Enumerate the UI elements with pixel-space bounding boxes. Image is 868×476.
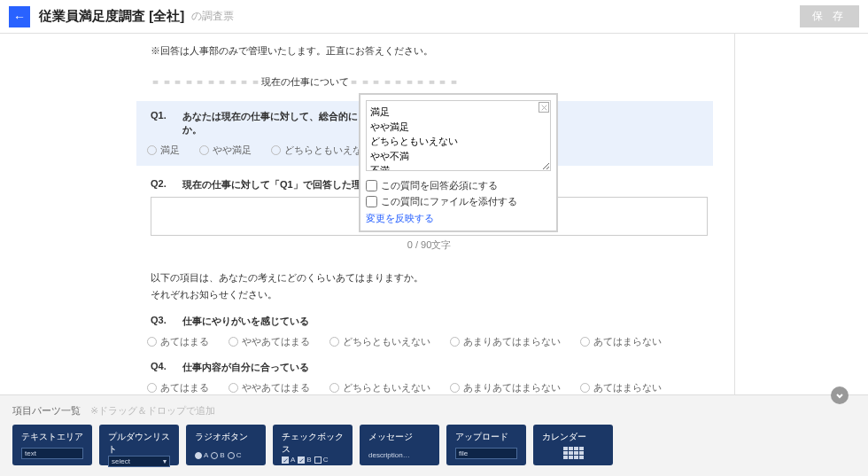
admin-note: ※回答は人事部のみで管理いたします。正直にお答えください。 xyxy=(151,44,708,58)
app-header: ← 従業員満足度調査 [全社] の調査票 保 存 xyxy=(0,0,868,34)
scale-opt[interactable]: あてはまる xyxy=(147,381,209,394)
scale-opt[interactable]: どちらともいえない xyxy=(329,335,430,348)
required-checkbox[interactable] xyxy=(366,180,377,191)
palette-hint: ※ドラッグ＆ドロップで追加 xyxy=(90,405,215,416)
save-button[interactable]: 保 存 xyxy=(800,5,859,27)
page-title: 従業員満足度調査 [全社] xyxy=(39,8,184,25)
scale-opt[interactable]: あてはまる xyxy=(147,335,209,348)
popup-close-button[interactable] xyxy=(539,102,549,113)
scale-opt[interactable]: どちらともいえない xyxy=(329,381,430,394)
options-textarea[interactable] xyxy=(366,100,551,171)
q3-text: 仕事にやりがいを感じている xyxy=(182,315,309,328)
q1-opt-3[interactable]: どちらともいえない xyxy=(271,144,372,157)
q2-number: Q2. xyxy=(151,178,182,191)
palette-header: 項目パーツ一覧 ※ドラッグ＆ドロップで追加 xyxy=(12,404,856,417)
part-upload[interactable]: アップロード file xyxy=(446,425,526,465)
q1-opt-2[interactable]: やや満足 xyxy=(199,144,252,157)
scale-opt[interactable]: あまりあてはまらない xyxy=(450,381,561,394)
attach-checkbox-row[interactable]: この質問にファイルを添付する xyxy=(366,195,551,208)
part-pulldown[interactable]: プルダウンリスト select▾ xyxy=(99,425,179,465)
palette-title: 項目パーツ一覧 xyxy=(12,405,81,416)
palette-collapse-button[interactable] xyxy=(831,386,849,404)
part-message[interactable]: メッセージ description… xyxy=(360,425,439,465)
palette-row: テキストエリア text プルダウンリスト select▾ ラジオボタン ABC… xyxy=(12,425,856,465)
section-divider: ＝＝＝＝＝＝＝＝＝＝現在の仕事について＝＝＝＝＝＝＝＝＝＝ xyxy=(151,75,708,89)
divider-dash-right: ＝＝＝＝＝＝＝＝＝＝ xyxy=(349,76,460,87)
q4-options: あてはまる ややあてはまる どちらともいえない あまりあてはまらない あてはまら… xyxy=(147,381,708,394)
parts-palette: 項目パーツ一覧 ※ドラッグ＆ドロップで追加 テキストエリア text プルダウン… xyxy=(0,394,868,476)
scale-opt[interactable]: あてはまらない xyxy=(580,335,662,348)
close-icon xyxy=(541,105,547,111)
divider-dash-left: ＝＝＝＝＝＝＝＝＝＝ xyxy=(151,76,261,87)
part-radio[interactable]: ラジオボタン ABC xyxy=(186,425,266,465)
scale-opt[interactable]: ややあてはまる xyxy=(229,335,310,348)
calendar-icon xyxy=(563,447,584,459)
section-intro-l1: 以下の項目は、あなたの考えにどのくらいあてはまりますか。 xyxy=(151,269,708,286)
required-checkbox-row[interactable]: この質問を回答必須にする xyxy=(366,179,551,192)
q3-options: あてはまる ややあてはまる どちらともいえない あまりあてはまらない あてはまら… xyxy=(147,335,708,348)
page-subtitle: の調査票 xyxy=(191,9,234,24)
part-textarea[interactable]: テキストエリア text xyxy=(12,425,92,465)
scale-opt[interactable]: あまりあてはまらない xyxy=(450,335,561,348)
part-calendar[interactable]: カレンダー xyxy=(533,425,613,465)
question-q3[interactable]: Q3.仕事にやりがいを感じている あてはまる ややあてはまる どちらともいえない… xyxy=(151,315,708,348)
question-q4[interactable]: Q4.仕事内容が自分に合っている あてはまる ややあてはまる どちらともいえない… xyxy=(151,361,708,394)
divider-label: 現在の仕事について xyxy=(261,76,349,87)
q4-text: 仕事内容が自分に合っている xyxy=(182,361,309,374)
q2-counter: 0 / 90文字 xyxy=(151,238,708,252)
attach-checkbox[interactable] xyxy=(366,196,377,207)
q1-opt-1[interactable]: 満足 xyxy=(147,144,180,157)
option-edit-popup: この質問を回答必須にする この質問にファイルを添付する 変更を反映する xyxy=(359,93,558,232)
q3-number: Q3. xyxy=(151,315,182,328)
scale-opt[interactable]: ややあてはまる xyxy=(229,381,310,394)
scale-opt[interactable]: あてはまらない xyxy=(580,381,662,394)
back-button[interactable]: ← xyxy=(9,6,30,27)
q1-number: Q1. xyxy=(151,110,182,137)
part-checkbox[interactable]: チェックボックス ✓A✓BC xyxy=(273,425,353,465)
apply-changes-link[interactable]: 変更を反映する xyxy=(366,212,551,225)
section-intro: 以下の項目は、あなたの考えにどのくらいあてはまりますか。 それぞれお知らせくださ… xyxy=(151,269,708,302)
section-intro-l2: それぞれお知らせください。 xyxy=(151,286,708,303)
q4-number: Q4. xyxy=(151,361,182,374)
chevron-down-icon xyxy=(835,391,844,400)
